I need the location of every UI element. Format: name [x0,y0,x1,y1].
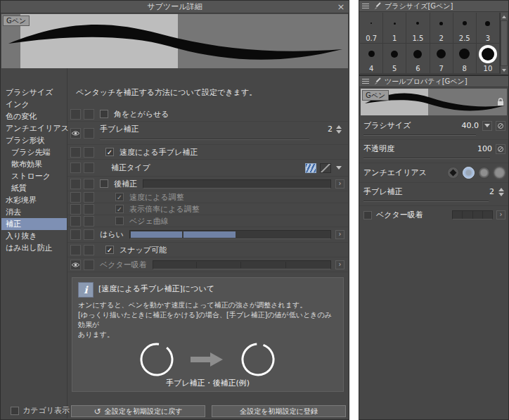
sidebar-item-texture[interactable]: 紙質 [1,182,67,194]
stylus-toggle[interactable] [84,260,94,270]
stylus-toggle[interactable] [84,216,94,227]
dialog-footer: ↺ 全設定を初期設定に戻す 全設定を初期設定に登録 [71,405,346,417]
eye-toggle[interactable] [70,109,81,120]
scrollbar-thumb[interactable] [501,21,507,65]
brush-size-cell[interactable]: 0.7 [360,13,383,44]
panel-menu-icon[interactable] [362,79,369,84]
opacity-slider[interactable] [363,158,490,159]
brush-size-cell[interactable]: 2 [430,13,453,44]
sidebar-item-correction[interactable]: 補正 [1,218,67,230]
sidebar-item-brush-size[interactable]: ブラシサイズ [1,87,67,98]
stylus-toggle[interactable] [84,229,94,240]
adjust-by-scale-checkbox[interactable] [115,205,124,213]
eye-toggle[interactable] [70,192,81,203]
stabilization-slider[interactable] [100,139,309,140]
speed-stabilization-checkbox[interactable] [105,148,114,156]
snappable-checkbox[interactable] [105,246,114,254]
sweep-level-bar[interactable] [129,230,331,239]
eye-toggle[interactable] [70,204,81,215]
vector-snap-level-bar[interactable] [452,210,493,219]
sidebar-item-antialias[interactable]: アンチエイリアス [1,122,67,134]
stabilization-label: 手ブレ補正 [363,186,403,197]
eye-toggle[interactable] [70,128,81,139]
stylus-toggle[interactable] [84,109,94,120]
scroll-down-icon[interactable] [501,66,508,74]
sidebar-item-watercolor-edge[interactable]: 水彩境界 [1,194,67,206]
brush-size-dynamics-button[interactable] [496,121,505,131]
eye-toggle[interactable] [70,179,81,189]
register-defaults-button[interactable]: 全設定を初期設定に登録 [212,405,346,417]
brush-size-cell[interactable]: 7 [430,44,453,75]
brush-size-scrollbar[interactable] [500,13,508,74]
chevron-down-icon[interactable] [336,166,342,170]
antialias-none-button[interactable] [447,167,459,179]
eye-toggle[interactable] [70,216,81,227]
post-correction-level-bar[interactable] [143,179,331,189]
scroll-up-icon[interactable] [501,13,508,20]
brush-size-cell[interactable]: 1 [383,13,406,44]
category-display-checkbox[interactable] [11,407,19,415]
category-display-row: カテゴリ表示 [5,405,70,416]
opacity-dynamics-button[interactable] [496,144,505,154]
sidebar-item-brush-tip[interactable]: ブラシ先端 [1,146,67,158]
vector-snap-checkbox[interactable] [363,211,372,219]
stylus-toggle[interactable] [84,204,94,215]
correction-type-speed-icon[interactable] [305,163,316,173]
sidebar-item-ink[interactable]: インク [1,98,67,110]
brush-size-cell[interactable]: 1.5 [406,13,430,44]
sidebar-item-stroke[interactable]: ストローク [1,170,67,182]
post-correction-checkbox[interactable] [100,179,108,188]
sidebar-item-color-change[interactable]: 色の変化 [1,110,67,122]
lock-icon[interactable] [497,98,504,106]
stabilization-spinner[interactable] [336,125,342,134]
brush-size-cell-selected[interactable]: 10 [477,44,500,75]
sidebar-item-erase[interactable]: 消去 [1,206,67,218]
dialog-titlebar[interactable]: サブツール詳細 × [1,1,349,13]
brush-size-dropdown-button[interactable] [482,121,492,131]
eye-toggle[interactable] [70,147,81,158]
brush-size-panel-titlebar[interactable]: ブラシサイズ[Gペン] [359,1,508,12]
close-icon[interactable]: × [335,1,347,13]
sharpen-corners-checkbox[interactable] [100,110,108,118]
reset-defaults-button[interactable]: ↺ 全設定を初期設定に戻す [71,405,205,417]
stylus-toggle[interactable] [84,163,94,173]
stylus-toggle[interactable] [84,147,94,158]
vector-snap-more-button[interactable]: › [496,210,505,219]
eye-toggle[interactable] [70,260,81,270]
eye-toggle[interactable] [70,163,81,173]
adjust-by-speed-checkbox[interactable] [115,193,124,201]
tool-property-titlebar[interactable]: ツールプロパティ[Gペン] [359,76,508,87]
brush-size-cell[interactable]: 5 [383,44,406,75]
stylus-toggle[interactable] [84,128,94,139]
sweep-label: はらい [100,229,124,240]
antialias-strong-button[interactable] [494,167,505,179]
stylus-toggle[interactable] [84,179,94,189]
vector-snap-level-bar[interactable] [153,260,331,269]
sidebar-item-start-end[interactable]: 入り抜き [1,230,67,242]
post-correction-more-button[interactable]: › [335,179,344,189]
antialias-medium-button[interactable] [478,167,490,179]
sweep-more-button[interactable]: › [335,230,344,239]
brush-size-cell[interactable]: 2.5 [453,13,477,44]
brush-size-cell[interactable]: 3 [477,13,500,44]
antialias-weak-button[interactable] [463,167,475,179]
stabilization-slider[interactable] [363,201,489,202]
brush-size-cell[interactable]: 4 [360,44,383,75]
eye-toggle[interactable] [70,245,81,255]
sharpen-corners-label: 角をとがらせる [114,109,169,120]
stabilization-spinner[interactable] [498,188,504,196]
brush-size-cell[interactable]: 6 [406,44,430,75]
sidebar-item-scatter[interactable]: 散布効果 [1,158,67,170]
brush-size-slider[interactable] [363,134,476,136]
stylus-toggle[interactable] [84,192,94,203]
opacity-value: 100 [477,144,492,153]
stylus-toggle[interactable] [84,245,94,255]
sidebar-item-overflow-prevent[interactable]: はみ出し防止 [1,242,67,254]
sidebar-item-brush-shape[interactable]: ブラシ形状 [1,134,67,146]
panel-menu-icon[interactable] [362,4,369,8]
vector-snap-more-button[interactable]: › [335,260,344,269]
correction-type-pen-icon[interactable] [320,163,331,173]
brush-size-cell[interactable]: 8 [453,44,477,75]
bezier-checkbox[interactable] [115,217,124,225]
eye-toggle[interactable] [70,229,81,240]
